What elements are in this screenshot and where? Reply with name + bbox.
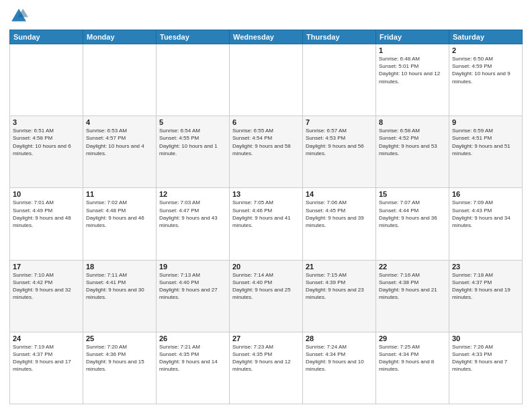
logo [9, 7, 30, 26]
calendar-cell [303, 44, 376, 116]
day-header: Thursday [303, 30, 376, 44]
day-info: Sunrise: 7:23 AM Sunset: 4:35 PM Dayligh… [232, 343, 300, 373]
day-info: Sunrise: 6:53 AM Sunset: 4:57 PM Dayligh… [86, 127, 153, 157]
day-number: 18 [86, 263, 153, 271]
day-header: Tuesday [157, 30, 230, 44]
calendar-cell: 15Sunrise: 7:07 AM Sunset: 4:44 PM Dayli… [376, 188, 449, 260]
day-number: 15 [379, 190, 446, 198]
day-info: Sunrise: 6:57 AM Sunset: 4:53 PM Dayligh… [306, 127, 373, 157]
day-info: Sunrise: 6:59 AM Sunset: 4:51 PM Dayligh… [452, 127, 519, 157]
day-number: 6 [232, 118, 300, 126]
day-info: Sunrise: 7:25 AM Sunset: 4:34 PM Dayligh… [379, 343, 446, 373]
day-number: 30 [452, 334, 519, 342]
day-info: Sunrise: 6:55 AM Sunset: 4:54 PM Dayligh… [232, 127, 300, 157]
calendar-cell: 3Sunrise: 6:51 AM Sunset: 4:58 PM Daylig… [10, 116, 83, 188]
day-info: Sunrise: 7:11 AM Sunset: 4:41 PM Dayligh… [86, 271, 153, 302]
day-header: Friday [376, 30, 449, 44]
day-info: Sunrise: 7:10 AM Sunset: 4:42 PM Dayligh… [13, 271, 80, 302]
header [9, 7, 523, 26]
calendar-cell: 28Sunrise: 7:24 AM Sunset: 4:34 PM Dayli… [303, 332, 376, 404]
calendar-cell: 7Sunrise: 6:57 AM Sunset: 4:53 PM Daylig… [303, 116, 376, 188]
day-info: Sunrise: 6:51 AM Sunset: 4:58 PM Dayligh… [13, 127, 80, 157]
calendar-cell: 10Sunrise: 7:01 AM Sunset: 4:49 PM Dayli… [10, 188, 83, 260]
calendar-row: 24Sunrise: 7:19 AM Sunset: 4:37 PM Dayli… [10, 332, 523, 404]
calendar-cell: 9Sunrise: 6:59 AM Sunset: 4:51 PM Daylig… [449, 116, 523, 188]
day-info: Sunrise: 7:05 AM Sunset: 4:46 PM Dayligh… [232, 199, 300, 229]
calendar-row: 17Sunrise: 7:10 AM Sunset: 4:42 PM Dayli… [10, 260, 523, 332]
calendar-cell: 27Sunrise: 7:23 AM Sunset: 4:35 PM Dayli… [230, 332, 303, 404]
day-number: 28 [306, 334, 373, 342]
calendar-cell: 19Sunrise: 7:13 AM Sunset: 4:40 PM Dayli… [157, 260, 230, 332]
calendar-cell: 23Sunrise: 7:18 AM Sunset: 4:37 PM Dayli… [449, 260, 523, 332]
calendar-cell: 22Sunrise: 7:16 AM Sunset: 4:38 PM Dayli… [376, 260, 449, 332]
calendar-cell: 26Sunrise: 7:21 AM Sunset: 4:35 PM Dayli… [157, 332, 230, 404]
day-info: Sunrise: 7:21 AM Sunset: 4:35 PM Dayligh… [159, 343, 226, 373]
calendar-cell: 2Sunrise: 6:50 AM Sunset: 4:59 PM Daylig… [449, 44, 523, 116]
day-number: 1 [379, 46, 446, 54]
calendar-cell: 6Sunrise: 6:55 AM Sunset: 4:54 PM Daylig… [230, 116, 303, 188]
calendar-cell: 12Sunrise: 7:03 AM Sunset: 4:47 PM Dayli… [157, 188, 230, 260]
day-number: 3 [13, 118, 80, 126]
day-info: Sunrise: 7:03 AM Sunset: 4:47 PM Dayligh… [159, 199, 226, 229]
day-header: Wednesday [230, 30, 303, 44]
calendar-cell [10, 44, 83, 116]
day-info: Sunrise: 7:16 AM Sunset: 4:38 PM Dayligh… [379, 271, 446, 302]
day-info: Sunrise: 7:15 AM Sunset: 4:39 PM Dayligh… [306, 271, 373, 302]
day-info: Sunrise: 7:14 AM Sunset: 4:40 PM Dayligh… [232, 271, 300, 302]
calendar-cell: 18Sunrise: 7:11 AM Sunset: 4:41 PM Dayli… [83, 260, 157, 332]
day-info: Sunrise: 6:50 AM Sunset: 4:59 PM Dayligh… [452, 55, 519, 85]
calendar-cell: 16Sunrise: 7:09 AM Sunset: 4:43 PM Dayli… [449, 188, 523, 260]
day-header: Sunday [10, 30, 83, 44]
day-info: Sunrise: 7:19 AM Sunset: 4:37 PM Dayligh… [13, 343, 80, 373]
day-number: 5 [159, 118, 226, 126]
calendar-cell [230, 44, 303, 116]
day-info: Sunrise: 6:48 AM Sunset: 5:01 PM Dayligh… [379, 55, 446, 85]
calendar-cell: 5Sunrise: 6:54 AM Sunset: 4:55 PM Daylig… [157, 116, 230, 188]
calendar-table: SundayMondayTuesdayWednesdayThursdayFrid… [9, 30, 523, 404]
day-info: Sunrise: 7:18 AM Sunset: 4:37 PM Dayligh… [452, 271, 519, 302]
day-info: Sunrise: 6:54 AM Sunset: 4:55 PM Dayligh… [159, 127, 226, 157]
calendar-cell [83, 44, 157, 116]
day-number: 10 [13, 190, 80, 198]
day-header: Monday [83, 30, 157, 44]
day-number: 14 [306, 190, 373, 198]
day-number: 21 [306, 263, 373, 271]
day-info: Sunrise: 7:09 AM Sunset: 4:43 PM Dayligh… [452, 199, 519, 229]
day-number: 22 [379, 263, 446, 271]
day-info: Sunrise: 7:26 AM Sunset: 4:33 PM Dayligh… [452, 343, 519, 373]
day-info: Sunrise: 7:06 AM Sunset: 4:45 PM Dayligh… [306, 199, 373, 229]
calendar-cell: 1Sunrise: 6:48 AM Sunset: 5:01 PM Daylig… [376, 44, 449, 116]
calendar-cell: 24Sunrise: 7:19 AM Sunset: 4:37 PM Dayli… [10, 332, 83, 404]
calendar-cell: 11Sunrise: 7:02 AM Sunset: 4:48 PM Dayli… [83, 188, 157, 260]
calendar-cell: 17Sunrise: 7:10 AM Sunset: 4:42 PM Dayli… [10, 260, 83, 332]
calendar-cell [157, 44, 230, 116]
header-row: SundayMondayTuesdayWednesdayThursdayFrid… [10, 30, 523, 44]
day-info: Sunrise: 7:02 AM Sunset: 4:48 PM Dayligh… [86, 199, 153, 229]
day-number: 27 [232, 334, 300, 342]
day-number: 19 [159, 263, 226, 271]
page: SundayMondayTuesdayWednesdayThursdayFrid… [0, 0, 532, 411]
day-number: 2 [452, 46, 519, 54]
day-info: Sunrise: 7:13 AM Sunset: 4:40 PM Dayligh… [159, 271, 226, 302]
calendar-cell: 13Sunrise: 7:05 AM Sunset: 4:46 PM Dayli… [230, 188, 303, 260]
day-number: 29 [379, 334, 446, 342]
day-number: 17 [13, 263, 80, 271]
day-info: Sunrise: 7:01 AM Sunset: 4:49 PM Dayligh… [13, 199, 80, 229]
day-info: Sunrise: 7:20 AM Sunset: 4:36 PM Dayligh… [86, 343, 153, 373]
day-info: Sunrise: 7:07 AM Sunset: 4:44 PM Dayligh… [379, 199, 446, 229]
calendar-row: 3Sunrise: 6:51 AM Sunset: 4:58 PM Daylig… [10, 116, 523, 188]
day-number: 24 [13, 334, 80, 342]
calendar-cell: 25Sunrise: 7:20 AM Sunset: 4:36 PM Dayli… [83, 332, 157, 404]
calendar-cell: 4Sunrise: 6:53 AM Sunset: 4:57 PM Daylig… [83, 116, 157, 188]
day-number: 20 [232, 263, 300, 271]
day-number: 11 [86, 190, 153, 198]
calendar-cell: 30Sunrise: 7:26 AM Sunset: 4:33 PM Dayli… [449, 332, 523, 404]
day-number: 13 [232, 190, 300, 198]
calendar-cell: 20Sunrise: 7:14 AM Sunset: 4:40 PM Dayli… [230, 260, 303, 332]
day-number: 12 [159, 190, 226, 198]
day-number: 8 [379, 118, 446, 126]
day-number: 25 [86, 334, 153, 342]
calendar-cell: 21Sunrise: 7:15 AM Sunset: 4:39 PM Dayli… [303, 260, 376, 332]
day-info: Sunrise: 6:58 AM Sunset: 4:52 PM Dayligh… [379, 127, 446, 157]
logo-icon [9, 7, 28, 26]
